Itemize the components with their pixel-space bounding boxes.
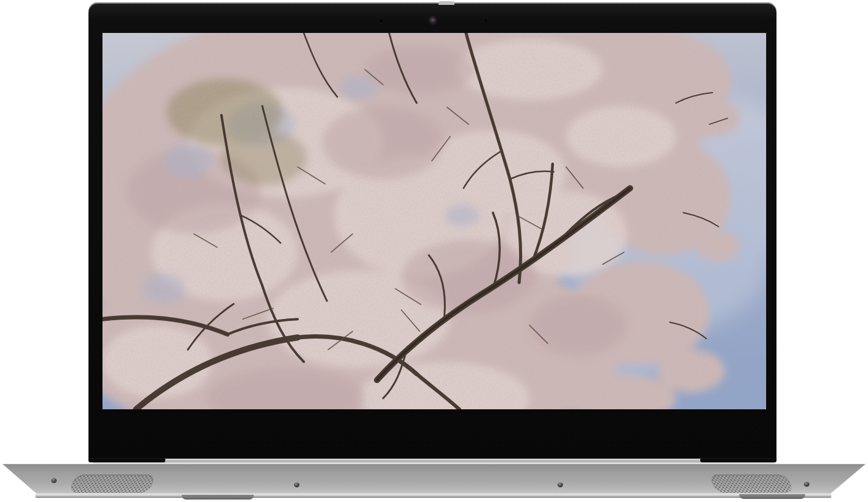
microphone-hole-left — [380, 20, 382, 22]
base-screw — [51, 478, 57, 483]
speaker-grille-left — [68, 475, 156, 493]
laptop-product-photo: Open silver-gray laptop facing forward; … — [0, 0, 868, 502]
webcam — [429, 16, 437, 24]
base-screw — [558, 482, 563, 487]
microphone-hole-right — [485, 20, 487, 22]
speaker-grille-right — [709, 475, 794, 493]
rubber-foot-left — [182, 495, 254, 500]
lid-top-notch — [439, 1, 454, 5]
photo-caption: Open silver-gray laptop facing forward; … — [0, 0, 1, 1]
photo-grain — [102, 33, 766, 409]
base-front-edge — [35, 493, 831, 497]
base-screw — [294, 482, 299, 487]
laptop-lid — [88, 2, 777, 459]
rubber-foot-right — [739, 494, 805, 499]
base-screw — [804, 482, 809, 487]
laptop-screen — [102, 33, 766, 409]
hinge-shadow — [93, 459, 775, 463]
cherry-blossom-wallpaper — [102, 33, 766, 409]
